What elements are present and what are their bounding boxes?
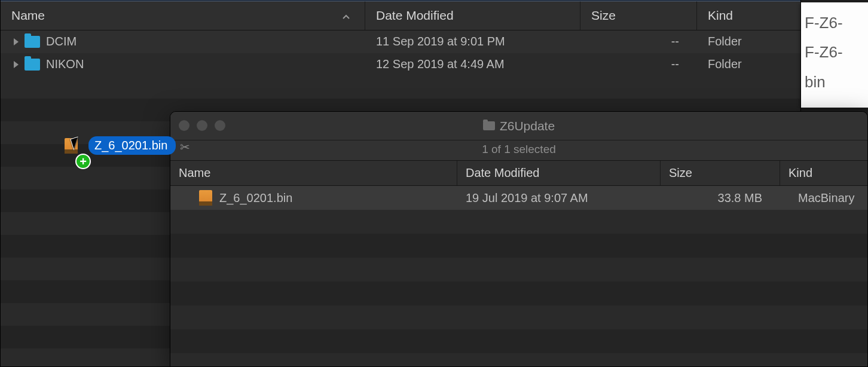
copy-plus-badge-icon: + [75,154,91,169]
strip-line: F-Z6- [805,38,864,67]
folder-icon [483,121,495,130]
header-size-label: Size [669,166,692,180]
row-date: 11 Sep 2019 at 9:01 PM [376,35,505,48]
row-date: 19 Jul 2019 at 9:07 AM [466,191,588,204]
file-rows: DCIM 11 Sep 2019 at 9:01 PM -- Folder NI… [1,30,800,76]
window-title: Z6Update [483,119,555,133]
header-date-label: Date Modified [466,166,539,180]
window-traffic-lights[interactable] [179,120,225,131]
close-window-icon[interactable] [179,120,190,131]
row-size: 33.8 MB [718,191,762,204]
disclosure-triangle-icon[interactable] [14,38,19,45]
folder-icon [25,36,40,48]
table-row[interactable]: Z_6_0201.bin 19 Jul 2019 at 9:07 AM 33.8… [170,186,867,210]
column-header-date[interactable]: Date Modified [365,1,580,30]
binary-file-icon [199,190,212,206]
minimize-window-icon[interactable] [197,120,207,131]
row-size: -- [671,57,679,71]
row-name: DCIM [46,35,77,48]
background-window-strip: F-Z6- F-Z6- bin [801,2,868,108]
header-size-label: Size [591,8,616,23]
header-kind-label: Kind [788,166,812,180]
window-titlebar[interactable]: Z6Update [170,112,867,140]
window-title-text: Z6Update [500,119,555,133]
disclosure-triangle-icon[interactable] [14,61,19,68]
column-header-size[interactable]: Size [661,161,780,185]
scissors-icon: ✂ [180,140,190,154]
row-date: 12 Sep 2019 at 4:49 AM [376,57,505,71]
header-kind-label: Kind [708,8,733,23]
table-row[interactable]: DCIM 11 Sep 2019 at 9:01 PM -- Folder [1,30,800,53]
row-name: NIKON [46,57,84,71]
drag-proxy: Z_6_0201.bin ✂ + [65,136,176,155]
selection-status: 1 of 1 selected [170,140,867,161]
table-row[interactable]: NIKON 12 Sep 2019 at 4:49 AM -- Folder [1,53,800,76]
row-name: Z_6_0201.bin [219,191,292,205]
strip-line: bin [805,68,864,97]
drag-filename-badge: Z_6_0201.bin [88,136,176,155]
column-headers: Name Date Modified Size Kind [170,161,867,186]
row-kind: Folder [708,35,742,48]
zoom-window-icon[interactable] [215,120,225,131]
row-kind: Folder [708,57,742,71]
column-header-date[interactable]: Date Modified [457,161,661,185]
column-headers: Name Date Modified Size Kind [1,1,800,30]
sort-ascending-icon [342,10,350,25]
column-header-size[interactable]: Size [580,1,697,30]
selection-status-text: 1 of 1 selected [482,143,556,155]
header-name-label: Name [11,8,45,23]
folder-icon [25,59,40,71]
column-header-name[interactable]: Name [170,161,457,185]
empty-stripes [170,210,867,367]
column-header-kind[interactable]: Kind [697,1,800,30]
header-name-label: Name [179,166,210,180]
row-kind: MacBinary [798,191,854,204]
strip-line: F-Z6- [805,8,864,38]
row-size: -- [671,35,679,48]
drag-filename-text: Z_6_0201.bin [94,139,167,152]
column-header-kind[interactable]: Kind [780,161,867,185]
finder-window-z6update[interactable]: Z6Update 1 of 1 selected Name Date Modif… [170,111,868,367]
column-header-name[interactable]: Name [1,1,365,30]
header-date-label: Date Modified [376,8,454,23]
